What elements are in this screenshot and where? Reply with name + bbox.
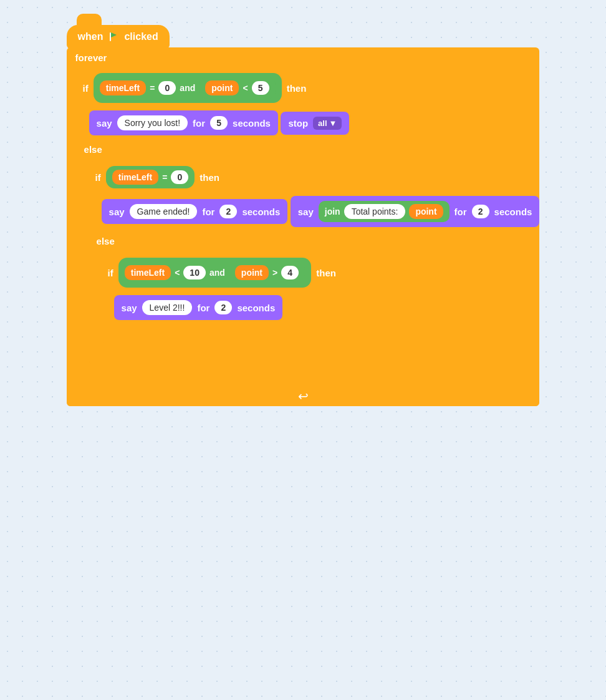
- when-label: when: [78, 31, 103, 42]
- if1-connector: and: [180, 83, 195, 93]
- if2-else-body: if timeLeft < 10 and point: [89, 250, 540, 346]
- if2-say2-label: say: [298, 207, 314, 217]
- if3-cond2: point > 4: [229, 261, 305, 284]
- if2-if-label: if: [95, 172, 101, 183]
- svg-marker-1: [111, 32, 117, 37]
- if-block-3: if timeLeft < 10 and point: [102, 253, 540, 343]
- if1-val2[interactable]: 5: [252, 81, 269, 95]
- if3-say1-for: for: [197, 303, 209, 313]
- if1-say-block[interactable]: say Sorry you lost! for 5 seconds: [89, 110, 278, 135]
- if2-header: if timeLeft = 0 then: [89, 161, 540, 193]
- if1-header: if timeLeft = 0 and point < 5: [77, 68, 540, 108]
- if2-say1-message[interactable]: Game ended!: [130, 204, 198, 219]
- if2-condition: timeLeft = 0: [106, 166, 195, 188]
- if3-var2[interactable]: point: [235, 265, 269, 280]
- hat-block[interactable]: when clicked: [67, 25, 170, 49]
- if2-say1-label: say: [109, 207, 125, 217]
- if2-say2-block[interactable]: say join Total points: point for 2 secon…: [291, 196, 540, 227]
- if3-var1[interactable]: timeLeft: [125, 265, 171, 280]
- if2-else-section: else if timeLeft <: [89, 232, 540, 364]
- if3-body: say Level 2!!! for 2 seconds: [102, 293, 540, 325]
- if1-else-label: else: [77, 140, 540, 158]
- if3-if-label: if: [108, 268, 113, 278]
- if1-stop-option[interactable]: all ▼: [313, 117, 342, 130]
- if3-val1[interactable]: 10: [183, 266, 206, 280]
- if1-else-body: if timeLeft = 0 then: [77, 158, 540, 367]
- dropdown-arrow-icon: ▼: [329, 119, 337, 128]
- if2-say2-for: for: [454, 207, 467, 217]
- if3-say1-block[interactable]: say Level 2!!! for 2 seconds: [114, 295, 283, 320]
- if2-op1: =: [162, 172, 167, 182]
- flag-icon: [108, 31, 119, 42]
- if1-stop-block[interactable]: stop all ▼: [281, 112, 349, 135]
- if2-var1[interactable]: timeLeft: [112, 170, 158, 185]
- loop-arrow-icon: ↩: [298, 389, 309, 404]
- if1-op1: =: [150, 83, 155, 93]
- if2-say1-for: for: [202, 207, 214, 217]
- if1-var1[interactable]: timeLeft: [100, 80, 146, 95]
- if1-var2[interactable]: point: [205, 80, 239, 95]
- if-block-2: if timeLeft = 0 then: [89, 161, 540, 364]
- if2-say1-seconds: seconds: [242, 207, 280, 217]
- forever-label: forever: [67, 47, 540, 68]
- if2-then-label: then: [200, 172, 219, 183]
- if-block-1: if timeLeft = 0 and point < 5: [77, 68, 540, 385]
- forever-footer: ↩: [67, 386, 540, 406]
- if1-val1[interactable]: 0: [158, 81, 176, 95]
- if2-say1-duration[interactable]: 2: [219, 205, 237, 218]
- if3-say1-message[interactable]: Level 2!!!: [142, 300, 193, 315]
- if2-else-label: else: [89, 232, 540, 250]
- if3-op1: <: [175, 268, 180, 278]
- if1-cond2: point < 5: [199, 77, 275, 99]
- if3-op2: >: [272, 268, 277, 278]
- if1-then-label: then: [287, 83, 307, 94]
- if2-val1[interactable]: 0: [171, 170, 188, 184]
- if1-say-duration[interactable]: 5: [210, 116, 228, 130]
- if1-condition: timeLeft = 0 and point < 5: [94, 73, 282, 103]
- scratch-program: when clicked forever if timeLeft =: [67, 25, 540, 406]
- if1-else-section: else if timeLeft = 0 then: [77, 140, 540, 385]
- if3-condition: timeLeft < 10 and point >: [118, 258, 312, 288]
- if3-say1-duration[interactable]: 2: [214, 301, 232, 314]
- if1-say-label: say: [97, 118, 112, 129]
- if1-op2: <: [243, 83, 248, 93]
- if2-say2-duration[interactable]: 2: [472, 205, 489, 218]
- if1-say-seconds: seconds: [233, 118, 271, 129]
- if2-say1-block[interactable]: say Game ended! for 2 seconds: [102, 199, 288, 224]
- forever-block: forever if timeLeft = 0 and point: [67, 47, 540, 406]
- if1-if-label: if: [83, 83, 89, 94]
- if2-say2-seconds: seconds: [494, 207, 532, 217]
- if3-header: if timeLeft < 10 and point: [102, 253, 540, 293]
- if1-body: say Sorry you lost! for 5 seconds stop a…: [77, 108, 540, 140]
- if3-connector: and: [209, 268, 225, 278]
- if1-say-for: for: [193, 118, 205, 129]
- clicked-label: clicked: [124, 31, 158, 42]
- if2-join-block: join Total points: point: [319, 201, 450, 222]
- if3-val2[interactable]: 4: [281, 266, 299, 280]
- if1-stop-label: stop: [288, 118, 308, 129]
- if2-body: say Game ended! for 2 seconds say: [89, 193, 540, 232]
- if3-then-label: then: [316, 268, 336, 278]
- svg-rect-0: [110, 32, 111, 41]
- if3-say1-seconds: seconds: [237, 303, 275, 313]
- if2-join-var[interactable]: point: [409, 204, 443, 219]
- if3-say1-label: say: [122, 303, 137, 313]
- join-label: join: [325, 207, 340, 216]
- if2-join-str[interactable]: Total points:: [344, 204, 406, 219]
- forever-body: if timeLeft = 0 and point < 5: [67, 68, 540, 385]
- if1-say-message[interactable]: Sorry you lost!: [117, 115, 188, 130]
